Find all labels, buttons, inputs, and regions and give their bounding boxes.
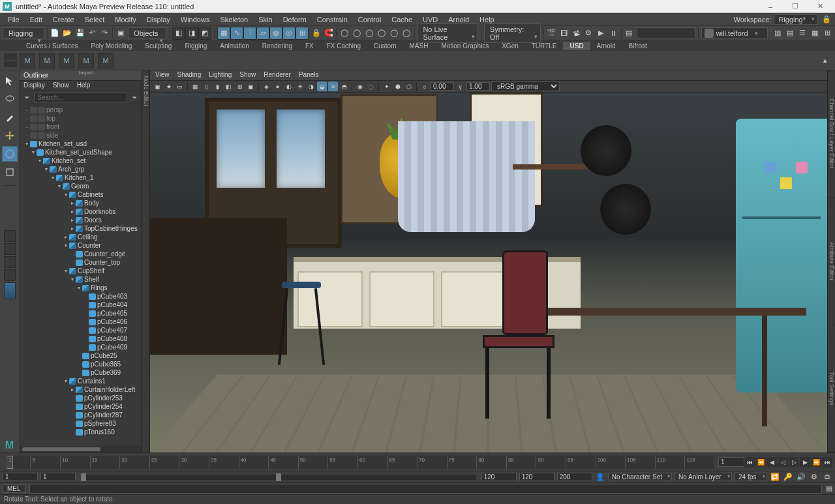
tree-item-psphere83[interactable]: pSphere83 [20,419,142,428]
view-menu-show[interactable]: Show [239,71,256,80]
layout-custom-icon[interactable] [4,282,16,299]
close-button[interactable]: ✕ [808,0,832,13]
hist-d-icon[interactable]: ◯ [376,27,386,39]
shelf-toggle-down-icon[interactable] [4,61,17,67]
account-dropdown[interactable]: will.telford ▾ [701,27,768,39]
new-scene-icon[interactable]: 📄 [50,27,60,39]
tree-item-pcube406[interactable]: pCube406 [20,318,142,326]
tree-toggle-icon[interactable]: ▾ [63,378,69,384]
vt-res-gate-icon[interactable]: ▮ [213,82,222,91]
step-fwd-icon[interactable]: ▶ [800,457,810,467]
tree-toggle-icon[interactable]: ▸ [69,387,76,393]
tree-item-ceiling[interactable]: ▸Ceiling [20,233,142,241]
render-d-icon[interactable]: ⚙ [584,27,594,39]
panel-layout-icon[interactable]: ▤ [624,27,634,39]
script-lang-dropdown[interactable]: MEL [3,484,25,493]
channel-box-tab[interactable]: Channel Box / Layer Editor [828,70,835,198]
tree-toggle-icon[interactable]: ▸ [69,217,76,223]
shelf-tab-curves-surfaces[interactable]: Curves / Surfaces [20,42,84,50]
tree-toggle-icon[interactable]: ▾ [23,141,30,147]
outliner-menu-help[interactable]: Help [77,82,91,90]
view-menu-lighting[interactable]: Lighting [209,71,232,80]
usd-import[interactable]: MImport [78,53,94,68]
view-menu-shading[interactable]: Shading [177,71,202,80]
snap-curve-icon[interactable]: ∿ [230,27,243,40]
shelf-tab-animation[interactable]: Animation [213,42,255,50]
tree-item-pcube408[interactable]: pCube408 [20,334,142,343]
exposure-input[interactable] [431,82,454,91]
tree-item-doorknobs[interactable]: ▸Doorknobs [20,207,142,216]
snap-tog-icon[interactable]: ⊞ [296,27,309,40]
layout-b-icon[interactable]: ▤ [785,27,795,39]
prefs-icon[interactable]: ⚙ [809,472,819,482]
tree-item-curtainholderleft[interactable]: ▸CurtainHolderLeft [20,385,142,394]
vt-film-gate-icon[interactable]: ▯ [202,82,211,91]
sel-joint-icon[interactable]: ◨ [185,27,198,40]
move-tool-icon[interactable] [2,128,18,143]
tree-item-cupshelf[interactable]: ▾CupShelf [20,267,142,275]
lasso-tool-icon[interactable] [2,91,18,107]
usd-m1[interactable]: M [39,53,55,68]
snap-live-icon[interactable]: ◎ [282,27,296,40]
tree-item-pcylinder254[interactable]: pCylinder254 [20,402,142,411]
shelf-tab-fx[interactable]: FX [299,42,320,50]
menu-file[interactable]: File [3,14,25,25]
hist-e-icon[interactable]: ◯ [389,27,399,39]
shelf-tab-custom[interactable]: Custom [367,42,402,50]
tree-item-ptorus160[interactable]: pTorus160 [20,428,142,436]
tree-item-counter-top[interactable]: Counter_top [20,258,142,267]
tree-toggle-icon[interactable]: ▸ [69,209,76,215]
shelf-tab-poly-modeling[interactable]: Poly Modeling [84,42,138,50]
audio-icon[interactable]: 🔊 [796,472,806,482]
tree-toggle-icon[interactable]: ▾ [63,192,69,198]
view-menu-view[interactable]: View [155,71,170,80]
undo-icon[interactable]: ↶ [87,27,97,39]
paint-tool-icon[interactable] [2,110,18,125]
tree-toggle-icon[interactable]: ▸ [63,234,69,240]
magnet-icon[interactable]: 🧲 [324,27,333,39]
shelf-scroll-up-icon[interactable]: ▴ [819,55,831,67]
vt-wire-icon[interactable]: ◈ [262,82,271,91]
open-scene-icon[interactable]: 📂 [63,27,72,39]
tree-toggle-icon[interactable]: - [23,124,30,130]
vt-gamma-icon[interactable]: γ [455,82,465,91]
hist-a-icon[interactable]: ◯ [339,27,349,39]
snap-grid-icon[interactable]: ▦ [217,27,230,40]
tree-item-pcube369[interactable]: pCube369 [20,368,142,377]
render-f-icon[interactable]: ⏸ [609,27,618,39]
hist-c-icon[interactable]: ◯ [364,27,374,39]
step-fwd-key-icon[interactable]: ⏩ [811,457,821,467]
fps-dropdown[interactable]: 24 fps [735,473,767,481]
tree-item-doors[interactable]: ▸Doors [20,216,142,224]
vt-exposure-icon[interactable]: ☼ [419,82,429,91]
tree-item-pcube405[interactable]: pCube405 [20,309,142,318]
outliner-hscroll[interactable] [20,446,142,452]
render-a-icon[interactable]: 🎬 [546,27,556,39]
outliner-filter-icon[interactable]: ⏷ [22,93,31,102]
go-start-icon[interactable]: ⏮ [744,457,755,467]
anim-prefs-icon[interactable]: ⧉ [822,472,832,482]
shelf-tab-bifrost[interactable]: Bifrost [622,42,654,50]
vt-xjoint-icon[interactable]: ✦ [382,82,391,91]
lock-icon[interactable]: 🔒 [821,14,832,25]
tree-item-curtains1[interactable]: ▾Curtains1 [20,377,142,385]
tree-item-kitchen-set-usd[interactable]: ▾Kitchen_set_usd [20,140,142,148]
tree-toggle-icon[interactable]: ▾ [43,166,50,172]
snap-view-icon[interactable]: ◍ [269,27,282,40]
tree-item-pcylinder287[interactable]: pCylinder287 [20,411,142,419]
layout-single-icon[interactable] [4,230,16,242]
node-editor-collapsed-tab[interactable]: Node Editor [142,70,150,452]
layout-e-icon[interactable]: ⊞ [823,27,832,39]
tree-toggle-icon[interactable]: - [23,107,30,113]
sel-handle-icon[interactable]: ◧ [172,27,185,40]
tree-item-pcube365[interactable]: pCube365 [20,360,142,368]
vt-field-chart-icon[interactable]: ⊞ [235,82,245,91]
autokey-icon[interactable]: 🔑 [783,472,793,482]
vt-grid-icon[interactable]: ▦ [190,82,200,91]
step-back-icon[interactable]: ◀ [767,457,777,467]
menu-cache[interactable]: Cache [386,14,418,25]
sel-curve-icon[interactable]: ◩ [198,27,211,40]
tree-item-pcube407[interactable]: pCube407 [20,326,142,334]
tree-item-counter-edge[interactable]: Counter_edge [20,250,142,258]
loop-icon[interactable]: 🔁 [770,472,780,482]
